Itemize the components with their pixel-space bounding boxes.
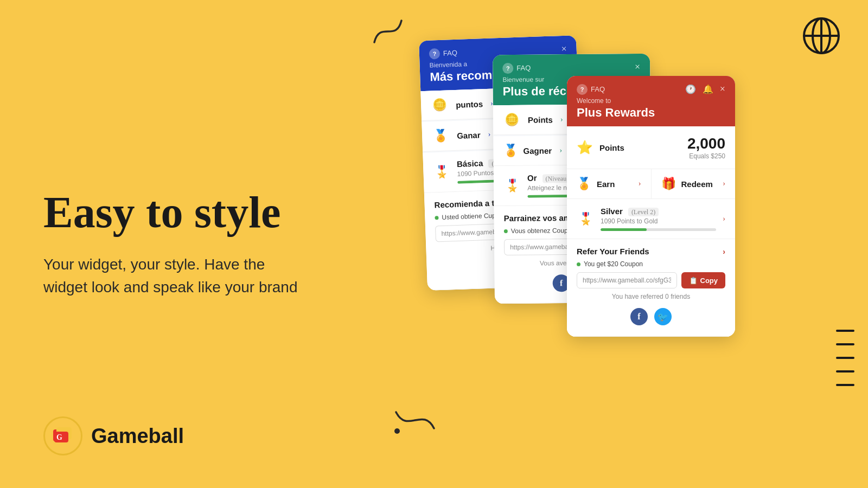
earn-label-en: Earn: [597, 179, 615, 189]
twitter-icon-en[interactable]: 🐦: [654, 308, 672, 325]
earn-arrow-en[interactable]: ›: [639, 179, 641, 188]
main-heading: Easy to style: [43, 189, 412, 236]
redeem-icon-en: 🎁: [661, 177, 676, 191]
widget-english: ? FAQ 🕐 🔔 × Welcome to Plus Rewards ⭐ Po…: [567, 76, 735, 337]
points-label-es: puntos: [456, 99, 483, 110]
close-btn-en[interactable]: ×: [720, 84, 725, 95]
level-title-es: Básica: [457, 158, 483, 169]
level-arrow-en[interactable]: ›: [723, 215, 725, 223]
earn-label-fr: Gagner: [523, 146, 552, 155]
refer-input-en[interactable]: [577, 272, 677, 288]
refer-title-en[interactable]: Refer Your Friends ›: [577, 247, 725, 256]
level-badge-en: (Level 2): [628, 208, 659, 216]
redeem-arrow-en[interactable]: ›: [723, 179, 725, 188]
redeem-label-en: Redeem: [681, 179, 713, 189]
history-icon-en[interactable]: 🕐: [685, 84, 696, 94]
faq-badge-en: ? FAQ: [577, 84, 605, 95]
logo-text: Gameball: [91, 425, 184, 448]
faq-icon-es: ?: [429, 48, 441, 59]
welcome-label-en: Welcome to: [577, 97, 725, 105]
earn-redeem-row-en: 🏅 Earn › 🎁 Redeem ›: [567, 169, 735, 199]
points-star-icon-en: ⭐: [577, 140, 593, 155]
earn-icon-en: 🏅: [577, 177, 591, 191]
level-icon-fr: 🎖️: [503, 178, 521, 192]
earn-icon-fr: 🏅: [503, 144, 518, 158]
earn-label-es: Ganar: [457, 130, 481, 140]
copy-button-en[interactable]: 📋 Copy: [681, 272, 726, 288]
earn-arrow-es[interactable]: ›: [488, 130, 490, 139]
level-icon-es: 🎖️: [433, 165, 451, 179]
level-progress-en: [601, 228, 647, 231]
logo-icon: G: [43, 416, 82, 455]
points-number-en: 2,000: [687, 135, 725, 152]
refer-bullet-en: You get $20 Coupon: [577, 260, 725, 268]
widgets-area: ? FAQ × Bienvenida a Más recompens 🪙 pun…: [423, 22, 803, 466]
refer-arrow-en[interactable]: ›: [723, 247, 725, 256]
faq-badge-es: ? FAQ: [429, 47, 458, 59]
copy-icon-en: 📋: [689, 277, 698, 285]
brand-title-en: Plus Rewards: [577, 106, 725, 120]
level-icon-en: 🎖️: [577, 212, 594, 226]
refer-stat-en: You have referred 0 friends: [577, 293, 725, 300]
faq-badge-fr: ? FAQ: [502, 62, 531, 73]
earn-section-fr: 🏅 Gagner ›: [493, 136, 572, 165]
points-icon-fr: 🪙: [503, 113, 520, 127]
left-content: Easy to style Your widget, your style. H…: [43, 0, 412, 488]
close-btn-es[interactable]: ×: [561, 43, 567, 55]
close-btn-fr[interactable]: ×: [635, 61, 640, 73]
points-summary-en: ⭐ Points 2,000 Equals $250: [567, 126, 735, 169]
level-title-fr: Or: [527, 174, 537, 183]
points-equals-en: Equals $250: [687, 152, 725, 160]
svg-text:G: G: [56, 433, 62, 441]
points-arrow-fr[interactable]: ›: [560, 115, 563, 124]
globe-icon: [802, 16, 841, 55]
bell-icon-en[interactable]: 🔔: [703, 84, 713, 94]
faq-icon-en: ?: [577, 84, 588, 95]
social-row-en: f 🐦: [577, 305, 725, 329]
subtext: Your widget, your style. Have the widget…: [43, 253, 347, 299]
earn-box-en: 🏅 Earn ›: [567, 169, 652, 198]
deco-lines-icon: [834, 325, 856, 390]
redeem-box-en: 🎁 Redeem ›: [652, 169, 736, 198]
earn-icon-es: 🏅: [432, 129, 450, 143]
refer-section-en: Refer Your Friends › You get $20 Coupon …: [567, 239, 735, 337]
points-label-en: Points: [599, 143, 624, 152]
level-section-en: 🎖️ Silver (Level 2) 1090 Points to Gold …: [567, 199, 735, 239]
level-sub-en: 1090 Points to Gold: [601, 217, 716, 225]
refer-input-row-en: 📋 Copy: [577, 272, 725, 288]
facebook-icon-en[interactable]: f: [630, 308, 648, 325]
earn-arrow-fr[interactable]: ›: [559, 146, 562, 155]
logo-container: G Gameball: [43, 416, 184, 455]
points-icon-es: 🪙: [431, 98, 449, 112]
level-title-en: Silver: [601, 207, 623, 216]
points-label-fr: Points: [528, 115, 553, 124]
faq-icon-fr: ?: [502, 62, 513, 73]
